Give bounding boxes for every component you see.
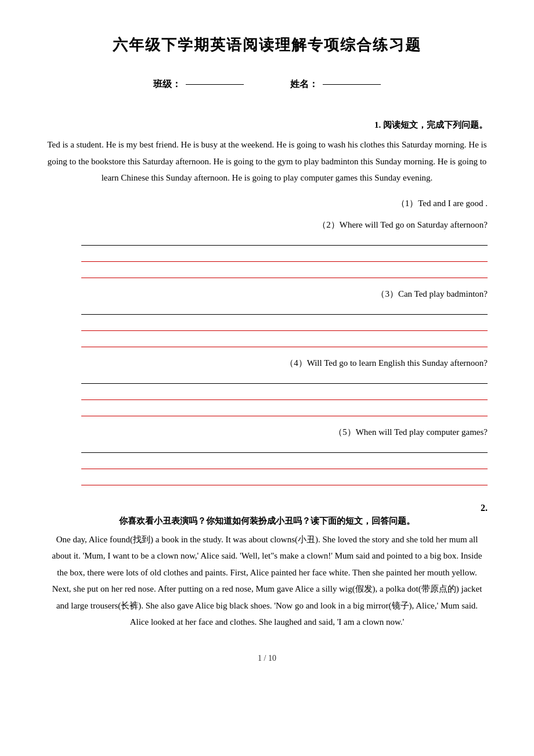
answer-line-red	[81, 319, 488, 331]
q4-text: （4）Will Ted go to learn English this Sun…	[81, 358, 488, 369]
page-footer: 1 / 10	[46, 654, 488, 663]
q5-text: （5）When will Ted play computer games?	[81, 427, 488, 438]
section2-passage-text: One day, Alice found(找到) a book in the s…	[52, 535, 482, 627]
page-title: 六年级下学期英语阅读理解专项综合练习题	[46, 35, 488, 55]
q3-answer-lines	[81, 303, 488, 347]
question-2: （2）Where will Ted go on Saturday afterno…	[81, 219, 488, 278]
answer-line-red	[81, 474, 488, 485]
question-1: （1）Ted and I are good .	[81, 198, 488, 209]
q4-label: （4）Will Ted go to learn English this Sun…	[285, 358, 488, 368]
answer-line-red	[81, 267, 488, 278]
q2-answer-lines	[81, 234, 488, 278]
questions-area: （1）Ted and I are good . （2）Where will Te…	[81, 198, 488, 485]
q2-label: （2）Where will Ted go on Saturday afterno…	[317, 220, 488, 229]
name-info: 姓名：	[290, 78, 381, 91]
section1-header: 1. 阅读短文，完成下列问题。	[46, 120, 488, 131]
section2-intro: 你喜欢看小丑表演吗？你知道如何装扮成小丑吗？读下面的短文，回答问题。	[46, 516, 488, 527]
section2-number-text: 2.	[481, 503, 488, 513]
question-3: （3）Can Ted play badminton?	[81, 289, 488, 347]
answer-line	[81, 303, 488, 315]
section2-number: 2.	[46, 503, 488, 513]
q4-answer-lines	[81, 372, 488, 416]
section2-passage: One day, Alice found(找到) a book in the s…	[46, 531, 488, 631]
student-info: 班级： 姓名：	[46, 78, 488, 91]
q2-text: （2）Where will Ted go on Saturday afterno…	[81, 219, 488, 231]
answer-line-red	[81, 458, 488, 469]
answer-line	[81, 441, 488, 453]
section-1: 1. 阅读短文，完成下列问题。 Ted is a student. He is …	[46, 120, 488, 485]
name-underline	[323, 84, 381, 85]
section-2: 2. 你喜欢看小丑表演吗？你知道如何装扮成小丑吗？读下面的短文，回答问题。 On…	[46, 503, 488, 631]
class-label: 班级：	[153, 78, 181, 91]
answer-line-red	[81, 405, 488, 416]
q3-text: （3）Can Ted play badminton?	[81, 289, 488, 300]
question-5: （5）When will Ted play computer games?	[81, 427, 488, 485]
q3-label: （3）Can Ted play badminton?	[376, 289, 488, 298]
answer-line	[81, 372, 488, 384]
answer-line	[81, 234, 488, 246]
class-underline	[186, 84, 244, 85]
q1-label: （1）Ted and I are good .	[396, 199, 488, 208]
q1-text: （1）Ted and I are good .	[81, 198, 488, 209]
q5-answer-lines	[81, 441, 488, 485]
q5-label: （5）When will Ted play computer games?	[334, 427, 488, 437]
answer-line-red	[81, 250, 488, 262]
class-info: 班级：	[153, 78, 244, 91]
name-label: 姓名：	[290, 78, 318, 91]
section1-passage: Ted is a student. He is my best friend. …	[46, 136, 488, 186]
passage-text: Ted is a student. He is my best friend. …	[47, 140, 486, 182]
question-4: （4）Will Ted go to learn English this Sun…	[81, 358, 488, 416]
answer-line-red	[81, 388, 488, 400]
section2-intro-text: 你喜欢看小丑表演吗？你知道如何装扮成小丑吗？读下面的短文，回答问题。	[119, 516, 415, 525]
page-number: 1 / 10	[258, 654, 276, 663]
answer-line-red	[81, 336, 488, 347]
section1-header-text: 1. 阅读短文，完成下列问题。	[374, 120, 488, 129]
